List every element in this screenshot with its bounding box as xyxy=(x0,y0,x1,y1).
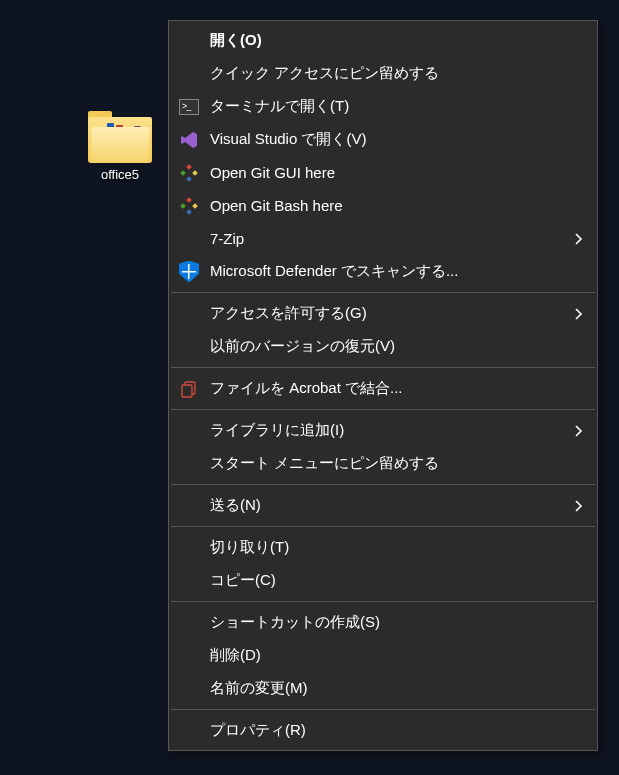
menu-separator xyxy=(171,601,595,602)
desktop-folder[interactable]: office5 xyxy=(80,111,160,182)
terminal-icon xyxy=(178,96,200,118)
menu-properties[interactable]: プロパティ(R) xyxy=(170,714,596,747)
menu-label: 切り取り(T) xyxy=(210,538,586,557)
blank-icon xyxy=(178,303,200,325)
menu-combine-acrobat[interactable]: ファイルを Acrobat で結合... xyxy=(170,372,596,405)
menu-label: 7-Zip xyxy=(210,230,572,247)
menu-create-shortcut[interactable]: ショートカットの作成(S) xyxy=(170,606,596,639)
blank-icon xyxy=(178,420,200,442)
menu-open[interactable]: 開く(O) xyxy=(170,24,596,57)
svg-rect-1 xyxy=(180,170,186,176)
blank-icon xyxy=(178,570,200,592)
menu-label: Open Git Bash here xyxy=(210,197,586,214)
menu-7zip[interactable]: 7-Zip xyxy=(170,222,596,255)
menu-label: コピー(C) xyxy=(210,571,586,590)
menu-label: 以前のバージョンの復元(V) xyxy=(210,337,586,356)
menu-add-library[interactable]: ライブラリに追加(I) xyxy=(170,414,596,447)
folder-icon xyxy=(88,111,152,163)
git-icon xyxy=(178,162,200,184)
svg-rect-5 xyxy=(180,203,186,209)
blank-icon xyxy=(178,612,200,634)
menu-label: ターミナルで開く(T) xyxy=(210,97,586,116)
menu-delete[interactable]: 削除(D) xyxy=(170,639,596,672)
submenu-arrow-icon xyxy=(572,232,586,246)
menu-separator xyxy=(171,367,595,368)
menu-give-access[interactable]: アクセスを許可する(G) xyxy=(170,297,596,330)
menu-label: 開く(O) xyxy=(210,31,586,50)
menu-copy[interactable]: コピー(C) xyxy=(170,564,596,597)
acrobat-combine-icon xyxy=(178,378,200,400)
submenu-arrow-icon xyxy=(572,424,586,438)
menu-label: Visual Studio で開く(V) xyxy=(210,130,586,149)
blank-icon xyxy=(178,453,200,475)
menu-label: Microsoft Defender でスキャンする... xyxy=(210,262,586,281)
menu-label: ライブラリに追加(I) xyxy=(210,421,572,440)
git-icon xyxy=(178,195,200,217)
menu-open-git-bash[interactable]: Open Git Bash here xyxy=(170,189,596,222)
submenu-arrow-icon xyxy=(572,499,586,513)
menu-label: アクセスを許可する(G) xyxy=(210,304,572,323)
menu-separator xyxy=(171,526,595,527)
menu-rename[interactable]: 名前の変更(M) xyxy=(170,672,596,705)
menu-pin-quick-access[interactable]: クイック アクセスにピン留めする xyxy=(170,57,596,90)
menu-label: ファイルを Acrobat で結合... xyxy=(210,379,586,398)
menu-label: クイック アクセスにピン留めする xyxy=(210,64,586,83)
submenu-arrow-icon xyxy=(572,307,586,321)
menu-separator xyxy=(171,484,595,485)
svg-rect-9 xyxy=(182,385,192,397)
menu-separator xyxy=(171,409,595,410)
menu-open-terminal[interactable]: ターミナルで開く(T) xyxy=(170,90,596,123)
menu-defender-scan[interactable]: Microsoft Defender でスキャンする... xyxy=(170,255,596,288)
menu-label: 送る(N) xyxy=(210,496,572,515)
menu-restore-previous[interactable]: 以前のバージョンの復元(V) xyxy=(170,330,596,363)
blank-icon xyxy=(178,720,200,742)
svg-rect-6 xyxy=(192,203,198,209)
menu-open-visual-studio[interactable]: Visual Studio で開く(V) xyxy=(170,123,596,156)
menu-label: 名前の変更(M) xyxy=(210,679,586,698)
svg-rect-4 xyxy=(186,197,192,203)
menu-label: ショートカットの作成(S) xyxy=(210,613,586,632)
svg-rect-2 xyxy=(192,170,198,176)
visual-studio-icon xyxy=(178,129,200,151)
blank-icon xyxy=(178,678,200,700)
menu-label: 削除(D) xyxy=(210,646,586,665)
defender-shield-icon xyxy=(178,261,200,283)
menu-send-to[interactable]: 送る(N) xyxy=(170,489,596,522)
menu-pin-start[interactable]: スタート メニューにピン留めする xyxy=(170,447,596,480)
blank-icon xyxy=(178,537,200,559)
svg-rect-0 xyxy=(186,164,192,170)
blank-icon xyxy=(178,495,200,517)
menu-separator xyxy=(171,709,595,710)
blank-icon xyxy=(178,645,200,667)
blank-icon xyxy=(178,63,200,85)
menu-open-git-gui[interactable]: Open Git GUI here xyxy=(170,156,596,189)
menu-label: プロパティ(R) xyxy=(210,721,586,740)
folder-label: office5 xyxy=(101,167,139,182)
menu-separator xyxy=(171,292,595,293)
svg-rect-7 xyxy=(186,209,192,215)
svg-rect-3 xyxy=(186,176,192,182)
blank-icon xyxy=(178,336,200,358)
menu-cut[interactable]: 切り取り(T) xyxy=(170,531,596,564)
menu-label: スタート メニューにピン留めする xyxy=(210,454,586,473)
context-menu: 開く(O) クイック アクセスにピン留めする ターミナルで開く(T) Visua… xyxy=(168,20,598,751)
blank-icon xyxy=(178,30,200,52)
menu-label: Open Git GUI here xyxy=(210,164,586,181)
blank-icon xyxy=(178,228,200,250)
